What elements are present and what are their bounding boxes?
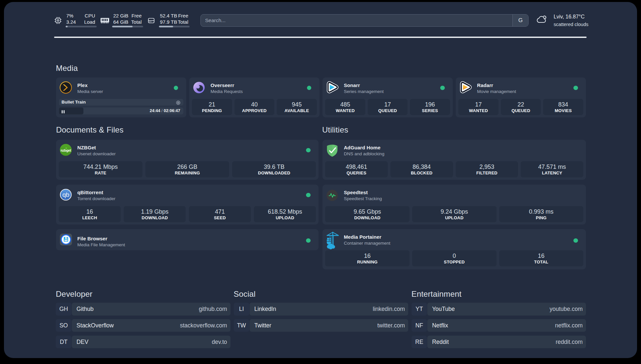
svg-text:nzbget: nzbget <box>61 148 72 152</box>
svg-text:qb: qb <box>62 191 69 198</box>
